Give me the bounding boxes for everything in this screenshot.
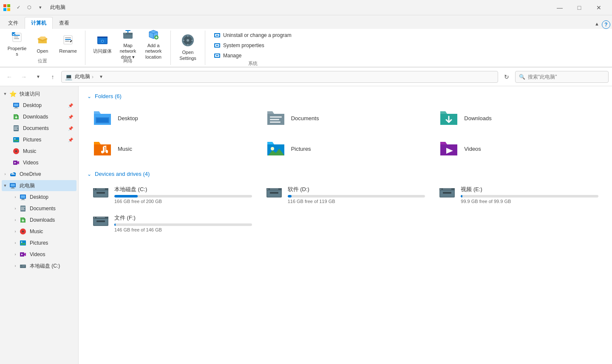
search-box[interactable]: 🔍 bbox=[515, 71, 609, 83]
this-pc-expand: ▼ bbox=[2, 182, 8, 189]
sidebar-item-music-pc[interactable]: › Music bbox=[2, 226, 76, 237]
folder-desktop-icon bbox=[92, 108, 113, 128]
music-qa-label: Music bbox=[23, 148, 73, 154]
svg-rect-36 bbox=[15, 107, 17, 108]
drive-f-icon bbox=[92, 214, 109, 228]
folders-section-header: ⌄ Folders (6) bbox=[87, 93, 604, 99]
sidebar-item-videos-pc[interactable]: › Videos bbox=[2, 249, 76, 260]
qat-dropdown-btn[interactable]: ▾ bbox=[36, 3, 45, 12]
folder-item-videos[interactable]: Videos bbox=[434, 135, 604, 162]
svg-point-79 bbox=[105, 150, 108, 152]
recent-btn[interactable]: ▼ bbox=[32, 71, 44, 83]
folder-item-music[interactable]: Music bbox=[87, 135, 257, 162]
documents-pc-expand: › bbox=[12, 205, 19, 212]
svg-rect-86 bbox=[96, 192, 105, 194]
manage-label: Manage bbox=[223, 53, 241, 59]
add-network-btn[interactable]: Add a network location bbox=[142, 31, 165, 58]
desktop-pc-label: Desktop bbox=[30, 194, 73, 200]
properties-btn[interactable]: Properties bbox=[5, 31, 29, 58]
sidebar-item-desktop-qa[interactable]: Desktop 📌 bbox=[2, 100, 76, 111]
folders-collapse-btn[interactable]: ⌄ bbox=[87, 93, 91, 99]
desktop-qa-icon bbox=[12, 101, 20, 110]
sidebar-item-pictures-qa[interactable]: Pictures 📌 bbox=[2, 134, 76, 145]
folder-item-desktop[interactable]: Desktop bbox=[87, 104, 257, 132]
address-path[interactable]: 💻 此电脑 › ▼ bbox=[61, 71, 498, 83]
system-properties-btn[interactable]: System properties bbox=[210, 41, 295, 50]
svg-rect-42 bbox=[13, 137, 19, 142]
svg-point-64 bbox=[23, 231, 23, 232]
sidebar-item-pictures-pc[interactable]: › Pictures bbox=[2, 237, 76, 248]
forward-btn[interactable]: → bbox=[18, 71, 30, 83]
qat-checkmark-btn[interactable]: ✓ bbox=[14, 3, 23, 12]
desktop-qa-label: Desktop bbox=[23, 102, 68, 108]
minimize-btn[interactable]: — bbox=[550, 0, 570, 15]
svg-rect-105 bbox=[96, 217, 105, 218]
svg-rect-3 bbox=[14, 38, 19, 39]
drives-collapse-btn[interactable]: ⌄ bbox=[87, 171, 91, 177]
close-btn[interactable]: ✕ bbox=[589, 0, 609, 15]
drive-item-f[interactable]: 文件 (F:) 146 GB free of 146 GB bbox=[87, 211, 257, 236]
svg-rect-39 bbox=[14, 127, 18, 127]
drive-item-e[interactable]: 视频 (E:) 99.9 GB free of 99.9 GB bbox=[434, 182, 604, 207]
svg-point-16 bbox=[125, 33, 126, 34]
svg-point-43 bbox=[14, 138, 16, 140]
sidebar-item-desktop-pc[interactable]: › Desktop bbox=[2, 192, 76, 203]
main-area: ▼ ⭐ 快速访问 Desktop 📌 Downloads 📌 bbox=[0, 86, 612, 364]
drive-item-d[interactable]: 软件 (D:) 116 GB free of 119 GB bbox=[261, 182, 431, 207]
folder-documents-name: Documents bbox=[291, 115, 319, 121]
sidebar-item-documents-pc[interactable]: › Documents bbox=[2, 203, 76, 214]
help-btn[interactable]: ? bbox=[602, 20, 610, 29]
drive-f-space: 146 GB free of 146 GB bbox=[114, 227, 252, 232]
tab-view[interactable]: 查看 bbox=[53, 17, 76, 29]
svg-rect-75 bbox=[270, 116, 282, 118]
folder-item-downloads[interactable]: Downloads bbox=[434, 104, 604, 132]
search-input[interactable] bbox=[528, 74, 605, 80]
ribbon-collapse-btn[interactable]: ▲ bbox=[592, 20, 602, 27]
system-vertical-buttons: Uninstall or change a program System pro… bbox=[210, 31, 295, 60]
tab-computer[interactable]: 计算机 bbox=[25, 17, 53, 29]
qat-properties-btn[interactable]: ⬡ bbox=[25, 3, 34, 12]
content-area: ⌄ Folders (6) Desktop bbox=[79, 86, 612, 364]
rename-btn[interactable]: Rename bbox=[56, 31, 80, 58]
folder-item-documents[interactable]: Documents bbox=[261, 104, 431, 132]
sidebar-this-pc[interactable]: ▼ 此电脑 bbox=[2, 180, 76, 191]
pictures-pc-expand: › bbox=[12, 240, 19, 246]
map-drive-btn[interactable]: Map network drive ▾ bbox=[116, 31, 140, 58]
access-media-btn[interactable]: 访问媒体 bbox=[91, 31, 114, 58]
music-qa-expand bbox=[5, 148, 12, 155]
onedrive-icon bbox=[8, 170, 17, 178]
sidebar-item-documents-qa[interactable]: Documents 📌 bbox=[2, 123, 76, 134]
music-qa-icon bbox=[12, 147, 20, 155]
maximize-btn[interactable]: □ bbox=[570, 0, 589, 15]
folder-videos-name: Videos bbox=[464, 146, 481, 152]
onedrive-label: OneDrive bbox=[20, 171, 73, 177]
sidebar-item-disk-c[interactable]: › 本地磁盘 (C:) bbox=[2, 260, 76, 271]
drive-item-c[interactable]: 本地磁盘 (C:) 166 GB free of 200 GB bbox=[87, 182, 257, 207]
sidebar-item-downloads-pc[interactable]: › Downloads bbox=[2, 214, 76, 226]
sidebar-onedrive[interactable]: › OneDrive bbox=[2, 169, 76, 180]
sidebar-item-videos-qa[interactable]: Videos bbox=[2, 157, 76, 168]
path-dropdown-btn[interactable]: ▼ bbox=[95, 71, 107, 83]
svg-rect-61 bbox=[21, 209, 25, 210]
sidebar-quick-access[interactable]: ▼ ⭐ 快速访问 bbox=[2, 88, 76, 99]
up-btn[interactable]: ↑ bbox=[47, 71, 59, 83]
back-btn[interactable]: ← bbox=[3, 71, 15, 83]
drive-d-space: 116 GB free of 119 GB bbox=[288, 199, 425, 204]
manage-btn[interactable]: Manage bbox=[210, 51, 295, 60]
refresh-btn[interactable]: ↻ bbox=[501, 71, 513, 83]
sidebar-item-downloads-qa[interactable]: Downloads 📌 bbox=[2, 111, 76, 122]
tab-file[interactable]: 文件 bbox=[2, 17, 25, 29]
open-settings-btn[interactable]: Open Settings bbox=[176, 34, 200, 61]
drive-c-space: 166 GB free of 200 GB bbox=[114, 199, 252, 204]
svg-rect-87 bbox=[96, 189, 105, 189]
ribbon: 文件 计算机 查看 ▲ ? bbox=[0, 15, 612, 68]
sidebar-item-music-qa[interactable]: Music bbox=[2, 146, 76, 157]
pictures-pc-label: Pictures bbox=[30, 240, 73, 246]
svg-rect-59 bbox=[21, 207, 25, 208]
folder-item-pictures[interactable]: Pictures bbox=[261, 135, 431, 162]
network-group-label: 网络 bbox=[123, 58, 133, 65]
folder-downloads-name: Downloads bbox=[464, 115, 491, 121]
uninstall-btn[interactable]: Uninstall or change a program bbox=[210, 31, 295, 40]
open-btn[interactable]: Open bbox=[31, 31, 54, 58]
sidebar: ▼ ⭐ 快速访问 Desktop 📌 Downloads 📌 bbox=[0, 86, 79, 364]
